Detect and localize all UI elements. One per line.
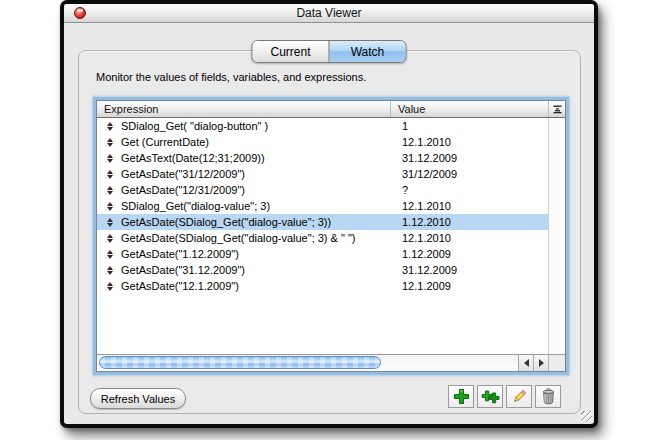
value-cell: 31.12.2009: [402, 152, 457, 164]
table-row[interactable]: SDialog_Get( "dialog-button" ) 1: [97, 118, 548, 134]
scroll-right-button[interactable]: [533, 355, 548, 371]
refresh-values-button[interactable]: Refresh Values: [90, 388, 186, 409]
table-row[interactable]: Get (CurrentDate) 12.1.2010: [97, 134, 548, 150]
action-bar: [448, 385, 561, 408]
table-row[interactable]: GetAsDate("12/31/2009") ?: [97, 182, 548, 198]
horizontal-scrollbar-track[interactable]: [97, 355, 518, 371]
table-row[interactable]: GetAsDate("12.1.2009") 12.1.2009: [97, 278, 548, 294]
value-cell: 1: [402, 120, 408, 132]
value-cell: 12.1.2010: [402, 232, 451, 244]
up-down-arrows-icon[interactable]: [105, 170, 114, 179]
window-chrome: Data Viewer Current Watch Monitor the va…: [64, 4, 594, 424]
table-row[interactable]: GetAsDate("31.12.2009") 31.12.2009: [97, 262, 548, 278]
window-title: Data Viewer: [64, 6, 594, 20]
duplicate-expression-button[interactable]: [477, 385, 503, 408]
up-down-arrows-icon[interactable]: [105, 282, 114, 291]
value-cell: 31/12/2009: [402, 168, 457, 180]
value-cell: 12.1.2009: [402, 280, 451, 292]
pencil-icon: [511, 388, 528, 405]
table-row[interactable]: GetAsDate(SDialog_Get("dialog-value"; 3)…: [97, 230, 548, 246]
value-cell: 12.1.2010: [402, 136, 451, 148]
table-row[interactable]: GetAsDate(SDialog_Get("dialog-value"; 3)…: [97, 214, 548, 230]
expression-cell: GetAsText(Date(12;31;2009)): [121, 152, 402, 164]
expression-cell: SDialog_Get( "dialog-button" ): [121, 120, 402, 132]
expression-cell: GetAsDate("12/31/2009"): [121, 184, 402, 196]
value-cell: 1.12.2009: [402, 248, 451, 260]
table-header: Expression Value: [97, 101, 565, 118]
up-down-arrows-icon[interactable]: [105, 266, 114, 275]
edit-expression-button[interactable]: [506, 385, 532, 408]
table-row[interactable]: GetAsDate("31/12/2009") 31/12/2009: [97, 166, 548, 182]
up-down-arrows-icon[interactable]: [105, 122, 114, 131]
expression-cell: GetAsDate("31.12.2009"): [121, 264, 402, 276]
add-expression-button[interactable]: [448, 385, 474, 408]
expression-cell: GetAsDate(SDialog_Get("dialog-value"; 3)…: [121, 232, 402, 244]
up-down-arrows-icon[interactable]: [105, 202, 114, 211]
titlebar: Data Viewer: [64, 4, 594, 23]
up-down-arrows-icon[interactable]: [105, 138, 114, 147]
up-down-arrows-icon[interactable]: [105, 250, 114, 259]
trash-icon: [540, 388, 557, 405]
scroll-left-button[interactable]: [518, 355, 533, 371]
tab-watch[interactable]: Watch: [329, 41, 406, 62]
tab-bar: Current Watch: [252, 40, 407, 63]
up-down-arrows-icon[interactable]: [105, 186, 114, 195]
scrollbar-corner: [548, 355, 565, 371]
table-row[interactable]: GetAsDate("1.12.2009") 1.12.2009: [97, 246, 548, 262]
expression-cell: GetAsDate("12.1.2009"): [121, 280, 402, 292]
delete-expression-button[interactable]: [535, 385, 561, 408]
expression-cell: GetAsDate("31/12/2009"): [121, 168, 402, 180]
resize-grip[interactable]: [581, 411, 592, 422]
value-cell: 1.12.2010: [402, 216, 451, 228]
value-cell: 31.12.2009: [402, 264, 457, 276]
table-body: SDialog_Get( "dialog-button" ) 1 Get (Cu…: [97, 118, 548, 354]
expression-cell: SDialog_Get("dialog-value"; 3): [121, 200, 402, 212]
watch-table: Expression Value SDialog_Get( "dialog-bu…: [96, 100, 566, 372]
column-header-expression: Expression: [97, 101, 391, 117]
sort-icon[interactable]: [548, 101, 565, 117]
column-header-value: Value: [391, 101, 548, 117]
up-down-arrows-icon[interactable]: [105, 154, 114, 163]
expression-cell: GetAsDate("1.12.2009"): [121, 248, 402, 260]
horizontal-scrollbar: [97, 354, 565, 371]
expression-cell: GetAsDate(SDialog_Get("dialog-value"; 3)…: [121, 216, 402, 228]
data-viewer-window: Data Viewer Current Watch Monitor the va…: [60, 0, 598, 428]
double-plus-icon: [481, 388, 500, 405]
vertical-scrollbar[interactable]: [548, 118, 565, 354]
table-row[interactable]: SDialog_Get("dialog-value"; 3) 12.1.2010: [97, 198, 548, 214]
value-cell: 12.1.2010: [402, 200, 451, 212]
horizontal-scrollbar-thumb[interactable]: [99, 356, 381, 369]
expression-cell: Get (CurrentDate): [121, 136, 402, 148]
up-down-arrows-icon[interactable]: [105, 218, 114, 227]
up-down-arrows-icon[interactable]: [105, 234, 114, 243]
tab-current[interactable]: Current: [253, 41, 329, 62]
value-cell: ?: [402, 184, 408, 196]
description-text: Monitor the values of fields, variables,…: [96, 71, 366, 83]
plus-icon: [453, 388, 470, 405]
table-row[interactable]: GetAsText(Date(12;31;2009)) 31.12.2009: [97, 150, 548, 166]
